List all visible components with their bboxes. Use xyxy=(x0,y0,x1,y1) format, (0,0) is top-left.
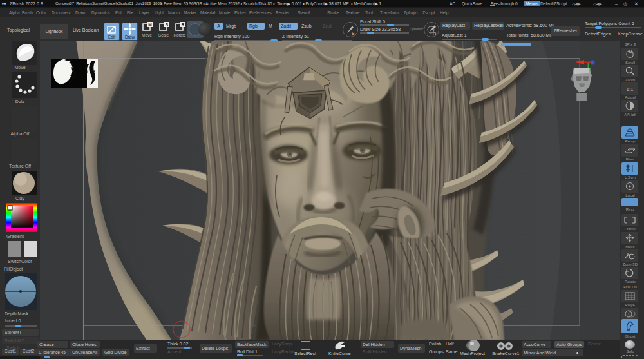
svg-text:S: S xyxy=(352,31,355,35)
svg-text:Scale: Scale xyxy=(158,33,169,37)
svg-text:M: M xyxy=(148,23,151,27)
svg-text:R: R xyxy=(182,23,185,27)
svg-text:O: O xyxy=(433,32,437,36)
svg-text:Move: Move xyxy=(142,33,152,37)
svg-text:Draw: Draw xyxy=(125,35,135,39)
svg-text:S: S xyxy=(166,23,169,27)
svg-text:Rotate: Rotate xyxy=(173,33,186,37)
svg-text:Edit: Edit xyxy=(108,35,115,39)
svg-text:1:1: 1:1 xyxy=(626,86,634,92)
